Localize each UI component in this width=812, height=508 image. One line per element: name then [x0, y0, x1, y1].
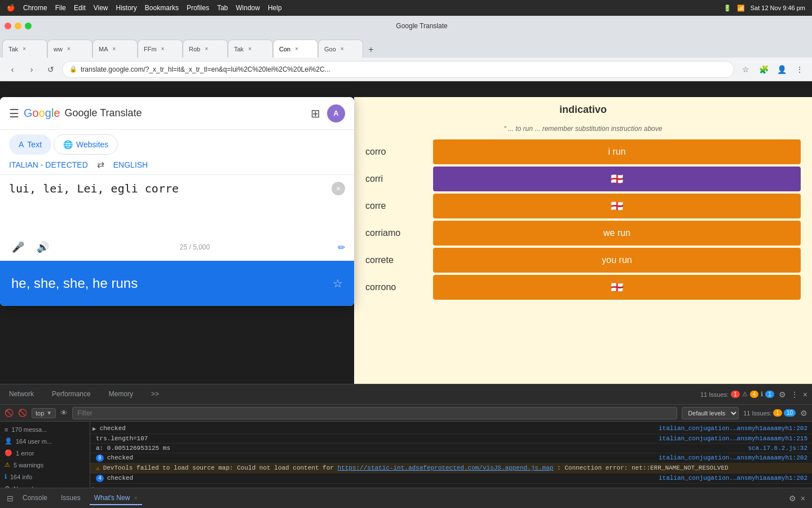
tab-tak-2[interactable]: Tak×: [228, 40, 273, 58]
user-avatar[interactable]: A: [327, 104, 345, 122]
source-map-link[interactable]: https://static-int.adsafeprotected.com/v…: [338, 465, 554, 471]
back-button[interactable]: ‹: [5, 62, 20, 77]
devtools-more-tabs[interactable]: >>: [147, 388, 164, 401]
address-bar[interactable]: 🔒 translate.google.com/?_x_tr_hl=it&_x_t…: [62, 61, 734, 78]
hamburger-menu-icon[interactable]: ☰: [9, 107, 19, 120]
bookmark-star-button[interactable]: ☆: [738, 62, 753, 77]
menu-history[interactable]: History: [116, 4, 137, 12]
tab-text[interactable]: A Text: [9, 134, 51, 155]
microphone-button[interactable]: 🎤: [9, 238, 27, 256]
devtools-tab-performance[interactable]: Performance: [47, 388, 95, 401]
devtools-issues-summary[interactable]: 11 Issues: 1 ⚠ 4 ℹ 1: [700, 391, 774, 398]
sidebar-item-messages[interactable]: ≡ 170 messa...: [0, 424, 90, 435]
source-language[interactable]: ITALIAN - DETECTED: [9, 160, 88, 169]
menu-help[interactable]: Help: [268, 4, 282, 12]
tab-goo[interactable]: Goo×: [318, 40, 363, 58]
menu-edit[interactable]: Edit: [74, 4, 86, 12]
url-text: translate.google.com/?_x_tr_hl=it&_x_tr_…: [81, 65, 330, 73]
target-language[interactable]: ENGLISH: [113, 160, 148, 169]
menu-window[interactable]: Window: [236, 4, 260, 12]
info-icon: ℹ: [5, 473, 7, 480]
clear-input-button[interactable]: ×: [332, 182, 345, 195]
tab-close[interactable]: ×: [341, 46, 344, 52]
speaker-button[interactable]: 🔊: [34, 238, 52, 256]
console-settings-icon[interactable]: ⚙: [800, 409, 807, 418]
console-top-context[interactable]: top ▼: [32, 408, 56, 418]
close-window-button[interactable]: [5, 23, 11, 29]
console-filter-input[interactable]: [72, 407, 677, 419]
favorite-star-icon[interactable]: ☆: [333, 277, 343, 290]
pronoun-corre: corre: [365, 196, 433, 216]
eye-icon[interactable]: 👁: [60, 409, 68, 417]
maximize-window-button[interactable]: [25, 23, 32, 29]
tab-ffm[interactable]: FFm×: [138, 40, 183, 58]
expand-icon[interactable]: ▶: [92, 425, 96, 432]
footer-settings-icon[interactable]: ⚙: [789, 494, 796, 503]
tab-close[interactable]: ×: [295, 46, 298, 52]
footer-tab-whats-new-close[interactable]: ×: [134, 495, 138, 501]
console-stop-icon[interactable]: 🚫: [5, 409, 14, 417]
console-issues-count[interactable]: 11 Issues: 1 10: [743, 409, 796, 417]
new-tab-button[interactable]: +: [363, 42, 379, 58]
menu-profiles[interactable]: Profiles: [187, 4, 209, 12]
devtools-tab-network[interactable]: Network: [5, 388, 38, 401]
message-source[interactable]: italian_conjugation.…ansmyh1aaaamyh1:202: [659, 475, 807, 481]
translation-corriamo: we run: [433, 221, 801, 246]
extensions-button[interactable]: 🧩: [756, 62, 771, 77]
sidebar-item-info[interactable]: ℹ 164 info: [0, 471, 90, 483]
footer-tab-console[interactable]: Console: [18, 492, 52, 505]
tab-close[interactable]: ×: [67, 46, 70, 52]
tab-close[interactable]: ×: [113, 46, 116, 52]
tab-con[interactable]: Con×: [273, 40, 318, 58]
reload-button[interactable]: ↺: [43, 62, 59, 77]
footer-close-icon[interactable]: ×: [801, 494, 805, 503]
menu-view[interactable]: View: [94, 4, 108, 12]
tab-websites[interactable]: 🌐 Websites: [54, 134, 118, 155]
tab-ww[interactable]: ww×: [47, 40, 92, 58]
tab-close[interactable]: ×: [161, 46, 165, 52]
message-source[interactable]: italian_conjugation.…ansmyh1aaaamyh1:202: [659, 454, 807, 461]
minimize-window-button[interactable]: [15, 23, 21, 29]
translate-input-area: lui, lei, Lei, egli corre ×: [0, 175, 354, 236]
menu-bookmarks[interactable]: Bookmarks: [145, 4, 179, 12]
apps-grid-icon[interactable]: ⊞: [311, 107, 320, 120]
swap-languages-icon[interactable]: ⇄: [97, 159, 104, 170]
tab-rob[interactable]: Rob×: [183, 40, 228, 58]
menu-file[interactable]: File: [55, 4, 66, 12]
google-logo-text: Google: [24, 107, 60, 120]
chrome-menu-button[interactable]: ⋮: [792, 62, 807, 77]
message-source[interactable]: sca.17.6.2.js:32: [748, 445, 807, 452]
footer-tab-issues[interactable]: Issues: [56, 492, 85, 505]
menu-tab[interactable]: Tab: [217, 4, 228, 12]
messages-label: 170 messa...: [11, 426, 47, 433]
tab-close[interactable]: ×: [205, 46, 208, 52]
devtools-more-icon[interactable]: ⋮: [791, 390, 798, 399]
footer-tab-whats-new[interactable]: What's New ×: [90, 492, 142, 505]
devtools-drawer-icon[interactable]: ⊟: [7, 494, 14, 503]
translate-header: ☰ Google Google Translate ⊞ A: [0, 97, 354, 130]
tab-close[interactable]: ×: [248, 46, 251, 52]
devtools-close-icon[interactable]: ×: [803, 390, 807, 399]
forward-button[interactable]: ›: [24, 62, 39, 77]
message-source[interactable]: italian_conjugation.…ansmyh1aaaamyh1:202: [659, 425, 807, 432]
menu-chrome[interactable]: Chrome: [23, 4, 47, 12]
console-level-select[interactable]: Default levels: [682, 407, 739, 419]
tab-tak-1[interactable]: Tak×: [2, 40, 47, 58]
console-clear-icon[interactable]: 🚫: [18, 409, 27, 417]
sidebar-item-errors[interactable]: 🔴 1 error: [0, 447, 90, 459]
message-source[interactable]: italian_conjugation.…ansmyh1aaaamyh1:215: [659, 435, 807, 442]
edit-icon[interactable]: ✏: [338, 242, 345, 253]
apple-menu[interactable]: 🍎: [7, 4, 15, 12]
tab-ma[interactable]: MA×: [92, 40, 138, 58]
tab-close[interactable]: ×: [23, 46, 26, 52]
devtools-sidebar: ≡ 170 messa... 👤 164 user m... 🔴 1 error…: [0, 422, 90, 488]
source-text-input[interactable]: lui, lei, Lei, egli corre: [9, 182, 345, 216]
sidebar-item-verbose[interactable]: ⚙ No verbose: [0, 483, 90, 488]
message-text: checked: [107, 454, 655, 461]
sidebar-item-user[interactable]: 👤 164 user m...: [0, 435, 90, 447]
devtools-settings-icon[interactable]: ⚙: [779, 390, 786, 399]
profile-button[interactable]: 👤: [774, 62, 789, 77]
message-text: trs.length=107: [96, 435, 655, 442]
devtools-tab-memory[interactable]: Memory: [104, 388, 138, 401]
sidebar-item-warnings[interactable]: ⚠ 5 warnings: [0, 459, 90, 471]
